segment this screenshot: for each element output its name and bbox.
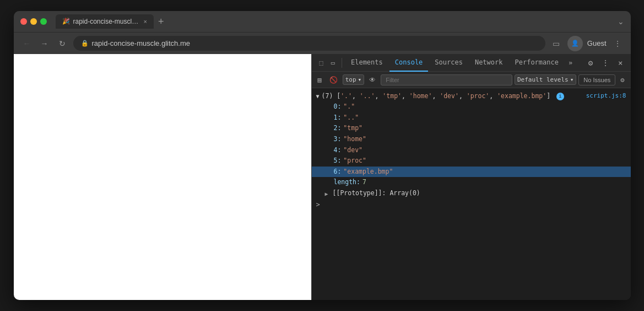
prop-key: 4: <box>334 145 342 156</box>
avatar-icon: 👤 <box>571 40 579 47</box>
clear-console-button[interactable]: 🚫 <box>327 74 340 85</box>
levels-arrow-icon: ▾ <box>570 76 574 83</box>
array-summary-text: (7) ['.', '..', 'tmp', 'home', 'dev', 'p… <box>322 91 582 101</box>
prop-value: "dev" <box>343 145 362 156</box>
prototype-text: [[Prototype]]: Array(0) <box>333 188 420 199</box>
browser-window: 🎉 rapid-concise-muscle.glitch.m… × + ⌄ ←… <box>14 11 631 300</box>
guest-label: Guest <box>587 39 607 47</box>
browser-tab[interactable]: 🎉 rapid-concise-muscle.glitch.m… × <box>56 14 154 29</box>
browser-more-button[interactable]: ⋮ <box>611 37 624 50</box>
context-arrow-icon: ▾ <box>358 76 362 83</box>
browser-actions: ▭ 👤 Guest ⋮ <box>550 36 624 51</box>
devtools-toolbar: ⬚ ▭ Elements Console Sources Network Per… <box>312 54 631 72</box>
more-tabs-button[interactable]: » <box>565 57 576 69</box>
traffic-lights <box>20 18 47 25</box>
context-label: top <box>345 76 356 83</box>
prop-value: ".." <box>343 112 359 124</box>
page-area <box>14 54 311 300</box>
prop-value: "example.bmp" <box>343 167 393 178</box>
prop-key: 2: <box>334 123 342 134</box>
minimize-window-button[interactable] <box>30 18 37 25</box>
lock-icon: 🔒 <box>81 40 89 47</box>
prop-key: 6: <box>334 167 342 178</box>
back-button[interactable]: ← <box>20 37 34 50</box>
tab-performance[interactable]: Performance <box>510 54 564 72</box>
cursor-chevron-icon: > <box>316 201 320 208</box>
close-window-button[interactable] <box>20 18 27 25</box>
tab-area: 🎉 rapid-concise-muscle.glitch.m… × + <box>56 14 613 29</box>
array-item-1: 1: ".." <box>312 112 631 124</box>
tab-close-button[interactable]: × <box>144 18 147 25</box>
prop-key: 3: <box>334 134 342 145</box>
device-mode-icon[interactable]: ▭ <box>328 57 338 69</box>
array-item-4: 4: "dev" <box>312 145 631 156</box>
prop-value: "." <box>343 101 355 112</box>
maximize-window-button[interactable] <box>40 18 47 25</box>
tab-network[interactable]: Network <box>469 54 508 72</box>
devtools-more-icon[interactable]: ⋮ <box>598 56 613 69</box>
bookmark-icon[interactable]: ▭ <box>550 37 563 50</box>
length-property: length: 7 <box>312 177 631 188</box>
address-field[interactable]: 🔒 rapid-concise-muscle.glitch.me <box>73 36 545 51</box>
prop-length-value: 7 <box>362 177 366 188</box>
prop-key: 1: <box>334 112 342 124</box>
address-text: rapid-concise-muscle.glitch.me <box>92 39 190 47</box>
devtools-secondary-toolbar: ▤ 🚫 top ▾ 👁 Default levels ▾ No Issues ⚙ <box>312 72 631 88</box>
prop-value: "proc" <box>343 156 366 167</box>
sidebar-toggle-icon[interactable]: ▤ <box>315 74 324 85</box>
array-item-2: 2: "tmp" <box>312 123 631 134</box>
devtools-right-actions: ⚙ ⋮ × <box>585 56 626 69</box>
expand-icon[interactable]: ▼ <box>316 92 320 101</box>
prop-key: 5: <box>334 156 342 167</box>
tab-sources[interactable]: Sources <box>429 54 468 72</box>
log-levels-selector[interactable]: Default levels ▾ <box>515 74 576 85</box>
tab-title: rapid-concise-muscle.glitch.m… <box>73 18 139 25</box>
array-item-3: 3: "home" <box>312 134 631 145</box>
main-content: ⬚ ▭ Elements Console Sources Network Per… <box>14 54 631 300</box>
prop-value: "tmp" <box>343 123 362 134</box>
tab-elements[interactable]: Elements <box>345 54 388 72</box>
avatar[interactable]: 👤 <box>567 36 583 51</box>
console-array-summary[interactable]: ▼ (7) ['.', '..', 'tmp', 'home', 'dev', … <box>312 90 631 101</box>
devtools-close-button[interactable]: × <box>615 56 626 69</box>
prop-value: "home" <box>343 134 366 145</box>
console-output[interactable]: ▼ (7) ['.', '..', 'tmp', 'home', 'dev', … <box>312 88 631 300</box>
info-badge: i <box>556 93 564 100</box>
console-source-link[interactable]: script.js:8 <box>582 91 626 101</box>
prop-length-key: length: <box>334 177 360 188</box>
toolbar-separator <box>342 58 342 68</box>
filter-input[interactable] <box>381 74 512 85</box>
new-tab-button[interactable]: + <box>154 17 169 26</box>
context-selector[interactable]: top ▾ <box>343 74 365 85</box>
address-bar: ← → ↻ 🔒 rapid-concise-muscle.glitch.me ▭… <box>14 32 631 54</box>
forward-button[interactable]: → <box>38 37 51 50</box>
prototype-line[interactable]: ▶ [[Prototype]]: Array(0) <box>312 188 631 199</box>
tab-favicon-icon: 🎉 <box>62 18 70 25</box>
prop-key: 0: <box>334 101 342 112</box>
console-cursor[interactable]: > <box>312 199 631 211</box>
issues-button[interactable]: No Issues <box>578 74 615 85</box>
inspect-element-icon[interactable]: ⬚ <box>316 57 327 69</box>
prototype-expand-icon[interactable]: ▶ <box>325 189 328 199</box>
tab-console[interactable]: Console <box>389 54 429 72</box>
levels-label: Default levels <box>517 76 569 83</box>
window-expand-icon[interactable]: ⌄ <box>618 17 624 26</box>
title-bar: 🎉 rapid-concise-muscle.glitch.m… × + ⌄ <box>14 11 631 32</box>
array-item-0: 0: "." <box>312 101 631 112</box>
eye-icon[interactable]: 👁 <box>366 74 378 85</box>
console-settings-icon[interactable]: ⚙ <box>618 74 627 85</box>
devtools-settings-icon[interactable]: ⚙ <box>585 56 596 69</box>
array-item-6: 6: "example.bmp" <box>312 167 631 178</box>
array-item-5: 5: "proc" <box>312 156 631 167</box>
devtools-panel: ⬚ ▭ Elements Console Sources Network Per… <box>311 54 631 300</box>
refresh-button[interactable]: ↻ <box>56 37 69 50</box>
